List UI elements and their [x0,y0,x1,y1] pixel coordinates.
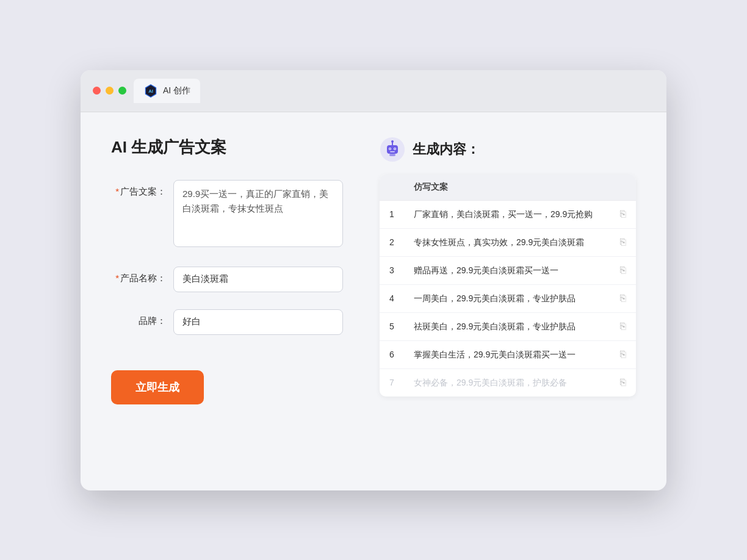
row-number: 5 [380,312,404,340]
svg-point-7 [394,148,395,149]
row-copy-action[interactable]: ⎘ [610,228,636,256]
copy-icon[interactable]: ⎘ [620,293,626,303]
traffic-lights [93,87,126,95]
copy-icon[interactable]: ⎘ [620,265,626,275]
row-number: 7 [380,368,404,397]
row-text: 祛斑美白，29.9元美白淡斑霜，专业护肤品 [404,312,610,340]
copy-icon[interactable]: ⎘ [620,377,626,387]
row-number: 4 [380,284,404,312]
left-panel: AI 生成广告文案 *广告文案： 29.9买一送一，真正的厂家直销，美白淡斑霜，… [111,137,343,466]
result-table: 仿写文案 1厂家直销，美白淡斑霜，买一送一，29.9元抢购⎘2专抹女性斑点，真实… [380,174,636,397]
svg-rect-11 [390,151,395,153]
ai-tab-icon: AI [143,84,158,98]
row-copy-action[interactable]: ⎘ [610,284,636,312]
required-star-1: * [115,186,119,196]
minimize-button[interactable] [106,87,114,95]
row-copy-action[interactable]: ⎘ [610,368,636,397]
svg-text:AI: AI [148,88,153,94]
brand-input-wrap [173,309,343,335]
right-header: 生成内容： [380,137,636,162]
brand-input[interactable] [173,309,343,335]
required-star-2: * [115,273,119,283]
row-number: 3 [380,256,404,284]
col-text-header: 仿写文案 [404,174,610,201]
svg-rect-3 [387,145,398,154]
col-action-header [610,174,636,201]
ad-copy-textarea[interactable]: 29.9买一送一，真正的厂家直销，美白淡斑霜，专抹女性斑点 [173,180,343,247]
close-button[interactable] [93,87,101,95]
copy-icon[interactable]: ⎘ [620,321,626,331]
row-copy-action[interactable]: ⎘ [610,340,636,368]
row-text: 赠品再送，29.9元美白淡斑霜买一送一 [404,256,610,284]
right-panel: 生成内容： 仿写文案 1厂家直销，美白淡斑霜，买一送一，29.9元抢购⎘2专抹女… [380,137,636,466]
row-number: 2 [380,228,404,256]
row-text: 一周美白，29.9元美白淡斑霜，专业护肤品 [404,284,610,312]
product-name-input[interactable] [173,267,343,292]
table-row: 7女神必备，29.9元美白淡斑霜，护肤必备⎘ [380,368,636,397]
row-copy-action[interactable]: ⎘ [610,200,636,228]
ad-copy-label: *广告文案： [111,180,166,198]
row-copy-action[interactable]: ⎘ [610,312,636,340]
svg-point-9 [391,140,394,143]
form-group-ad-copy: *广告文案： 29.9买一送一，真正的厂家直销，美白淡斑霜，专抹女性斑点 [111,180,343,249]
ai-tab[interactable]: AI AI 创作 [134,79,200,103]
product-name-input-wrap [173,267,343,292]
browser-window: AI AI 创作 AI 生成广告文案 *广告文案： 29.9买一送一，真正的厂家… [81,70,666,490]
row-number: 1 [380,200,404,228]
row-copy-action[interactable]: ⎘ [610,256,636,284]
product-name-label: *产品名称： [111,267,166,284]
ai-tab-label: AI 创作 [163,85,190,96]
table-row: 6掌握美白生活，29.9元美白淡斑霜买一送一⎘ [380,340,636,368]
row-text: 掌握美白生活，29.9元美白淡斑霜买一送一 [404,340,610,368]
ad-copy-input-wrap: 29.9买一送一，真正的厂家直销，美白淡斑霜，专抹女性斑点 [173,180,343,249]
svg-rect-10 [389,154,395,156]
table-row: 5祛斑美白，29.9元美白淡斑霜，专业护肤品⎘ [380,312,636,340]
row-number: 6 [380,340,404,368]
table-row: 4一周美白，29.9元美白淡斑霜，专业护肤品⎘ [380,284,636,312]
table-row: 1厂家直销，美白淡斑霜，买一送一，29.9元抢购⎘ [380,200,636,228]
brand-label: 品牌： [111,309,166,327]
main-content: AI 生成广告文案 *广告文案： 29.9买一送一，真正的厂家直销，美白淡斑霜，… [81,112,666,490]
row-text: 专抹女性斑点，真实功效，29.9元美白淡斑霜 [404,228,610,256]
page-title: AI 生成广告文案 [111,137,343,158]
maximize-button[interactable] [118,87,126,95]
generate-button[interactable]: 立即生成 [111,370,204,404]
form-group-product-name: *产品名称： [111,267,343,292]
form-group-brand: 品牌： [111,309,343,335]
right-title: 生成内容： [413,140,480,159]
table-header-row: 仿写文案 [380,174,636,201]
title-bar: AI AI 创作 [81,70,666,112]
svg-point-6 [389,148,391,149]
row-text: 女神必备，29.9元美白淡斑霜，护肤必备 [404,368,610,397]
copy-icon[interactable]: ⎘ [620,237,626,247]
table-row: 2专抹女性斑点，真实功效，29.9元美白淡斑霜⎘ [380,228,636,256]
copy-icon[interactable]: ⎘ [620,349,626,359]
table-row: 3赠品再送，29.9元美白淡斑霜买一送一⎘ [380,256,636,284]
row-text: 厂家直销，美白淡斑霜，买一送一，29.9元抢购 [404,200,610,228]
robot-icon [380,137,405,162]
col-num-header [380,174,404,201]
copy-icon[interactable]: ⎘ [620,209,626,219]
